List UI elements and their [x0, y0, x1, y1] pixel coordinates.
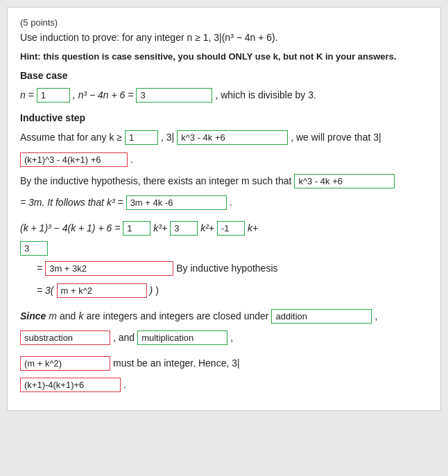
must-prove-line: . — [20, 376, 428, 394]
expand-c3-input[interactable] — [217, 221, 245, 236]
expand-c4-input[interactable] — [20, 241, 48, 256]
closed3-input[interactable] — [137, 330, 227, 345]
closed-comma2: , — [230, 329, 233, 346]
expand-k3-label: k³+ — [153, 220, 167, 237]
equals2-label: = 3( — [37, 282, 54, 299]
equals2-rparen: ) — [150, 282, 153, 299]
expand-k-label: k+ — [248, 220, 258, 237]
assume-dot: . — [130, 151, 133, 168]
equals-3m-label: = 3m. It follows that k³ = — [20, 194, 123, 211]
inductive-step-title: Inductive step — [20, 112, 428, 123]
assume-prove-input[interactable] — [20, 152, 128, 167]
expand-line: (k + 1)³ − 4(k + 1) + 6 = k³+ k²+ k+ — [20, 220, 428, 237]
equals1-label: = — [37, 260, 42, 277]
k3-input[interactable] — [126, 195, 227, 210]
closed-comma1: , — [374, 308, 377, 325]
assume-3-label: , 3| — [161, 129, 174, 146]
equals2-rparen-text: ) — [155, 282, 159, 299]
since-k: k — [78, 308, 83, 325]
k3-dot: . — [230, 194, 232, 211]
base-case-line: n = , n³ − 4n + 6 = , which is divisible… — [20, 87, 428, 104]
equals1-input[interactable] — [45, 261, 173, 276]
assume-label-text: Assume that for any k ≥ — [20, 129, 122, 146]
since-m: m — [49, 308, 57, 325]
assume-k-input[interactable] — [125, 130, 158, 145]
since-rest: are integers and integers are closed und… — [86, 308, 268, 325]
closed1-input[interactable] — [271, 309, 372, 324]
base-divisible-text: , which is divisible by 3. — [215, 87, 316, 104]
points-label: (5 points) — [20, 17, 428, 28]
hint-text: Hint: this question is case sensitive, y… — [20, 51, 428, 63]
closed2-input[interactable] — [20, 330, 110, 345]
by-inductive-hyp-text: By inductive hypothesis — [176, 260, 277, 277]
equals2-line: = 3( ) ) — [37, 282, 428, 299]
expand-k2-label: k²+ — [200, 220, 214, 237]
base-expr-label: , n³ − 4n + 6 = — [73, 87, 134, 104]
since-label: Since — [20, 308, 46, 325]
k3-line: = 3m. It follows that k³ = . — [20, 194, 428, 211]
problem-text: Use induction to prove: for any integer … — [20, 30, 428, 45]
assume-expr-input[interactable] — [177, 130, 288, 145]
must-dot: . — [123, 376, 126, 394]
inductive-hyp-line: By the inductive hypothesis, there exist… — [20, 173, 428, 190]
since-line2: , and , — [20, 329, 428, 346]
assume-line: Assume that for any k ≥ , 3| , we will p… — [20, 129, 428, 146]
base-case-title: Base case — [20, 70, 428, 81]
main-container: (5 points) Use induction to prove: for a… — [7, 7, 441, 411]
assume-prove-line: . — [20, 151, 428, 168]
since-line: Since m and k are integers and integers … — [20, 308, 428, 325]
assume-prove-label: , we will prove that 3| — [291, 129, 381, 146]
inductive-hyp-text: By the inductive hypothesis, there exist… — [20, 173, 291, 190]
since-and1: and — [60, 308, 76, 325]
equals1-line: = By inductive hypothesis — [37, 260, 428, 277]
expand-c2-input[interactable] — [170, 221, 198, 236]
must-be-text: must be an integer. Hence, 3| — [113, 355, 240, 372]
expand-label: (k + 1)³ − 4(k + 1) + 6 = — [20, 220, 120, 237]
expand-c1-input[interactable] — [123, 221, 150, 236]
must-value2-input[interactable] — [20, 378, 121, 392]
equals2-input[interactable] — [57, 283, 147, 298]
base-n-label: n = — [20, 87, 34, 104]
must-be-line: must be an integer. Hence, 3| — [20, 355, 428, 372]
inductive-hyp-input[interactable] — [294, 174, 395, 188]
base-n-input[interactable] — [37, 88, 70, 103]
expand-c4-line — [20, 241, 428, 256]
base-expr-input[interactable] — [136, 88, 212, 103]
closed-and-text: , and — [113, 329, 135, 346]
must-value-input[interactable] — [20, 356, 110, 371]
